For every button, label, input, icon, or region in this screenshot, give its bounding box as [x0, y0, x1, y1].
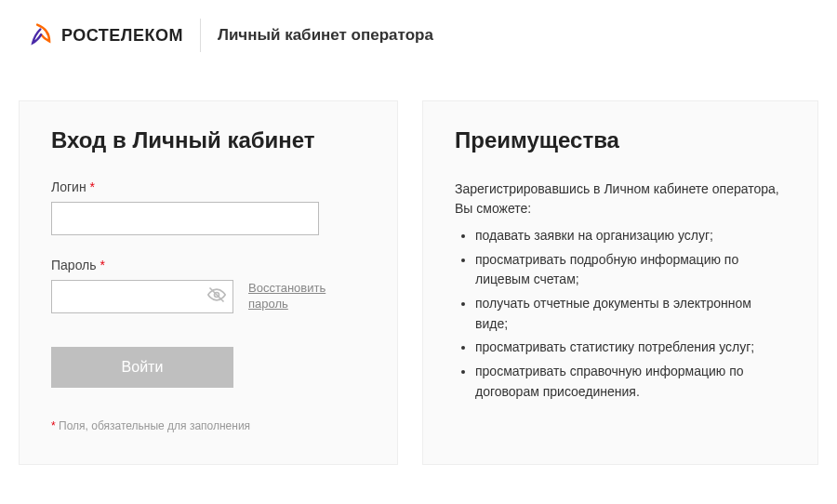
login-label: Логин * — [51, 179, 365, 194]
login-label-text: Логин — [51, 179, 86, 194]
logo: РОСТЕЛЕКОМ — [30, 23, 183, 47]
benefits-intro: Зарегистрировавшись в Личном кабинете оп… — [455, 179, 786, 219]
login-button[interactable]: Войти — [51, 347, 233, 388]
benefits-panel: Преимущества Зарегистрировавшись в Лично… — [422, 100, 818, 465]
logo-text: РОСТЕЛЕКОМ — [61, 26, 183, 46]
list-item: подавать заявки на организацию услуг; — [475, 226, 786, 246]
password-label: Пароль * — [51, 258, 365, 272]
required-footnote: * Поля, обязательные для заполнения — [51, 419, 365, 432]
required-star-icon: * — [90, 179, 95, 194]
restore-password-link[interactable]: Восстановить пароль — [248, 281, 332, 312]
benefits-list: подавать заявки на организацию услуг; пр… — [455, 226, 786, 403]
content: Вход в Личный кабинет Логин * Пароль * — [19, 100, 818, 465]
password-input[interactable] — [51, 280, 233, 313]
required-star-icon: * — [100, 258, 104, 272]
password-label-text: Пароль — [51, 258, 97, 272]
rostelecom-logo-icon — [30, 23, 54, 47]
list-item: получать отчетные документы в электронно… — [475, 294, 786, 334]
eye-off-icon[interactable] — [207, 285, 226, 308]
login-heading: Вход в Личный кабинет — [51, 127, 365, 153]
login-input[interactable] — [51, 202, 319, 235]
password-field: Пароль * Восстановить пароль — [51, 258, 365, 313]
login-panel: Вход в Личный кабинет Логин * Пароль * — [19, 100, 398, 465]
list-item: просматривать справочную информацию по д… — [475, 362, 786, 402]
header: РОСТЕЛЕКОМ Личный кабинет оператора — [19, 19, 818, 52]
list-item: просматривать статистику потребления усл… — [475, 338, 786, 358]
list-item: просматривать подробную информацию по ли… — [475, 250, 786, 290]
page-title: Личный кабинет оператора — [218, 26, 433, 45]
benefits-heading: Преимущества — [455, 127, 786, 153]
required-star-icon: * — [51, 419, 56, 432]
header-divider — [200, 19, 201, 52]
footnote-text: Поля, обязательные для заполнения — [59, 419, 250, 432]
login-field: Логин * — [51, 179, 365, 235]
